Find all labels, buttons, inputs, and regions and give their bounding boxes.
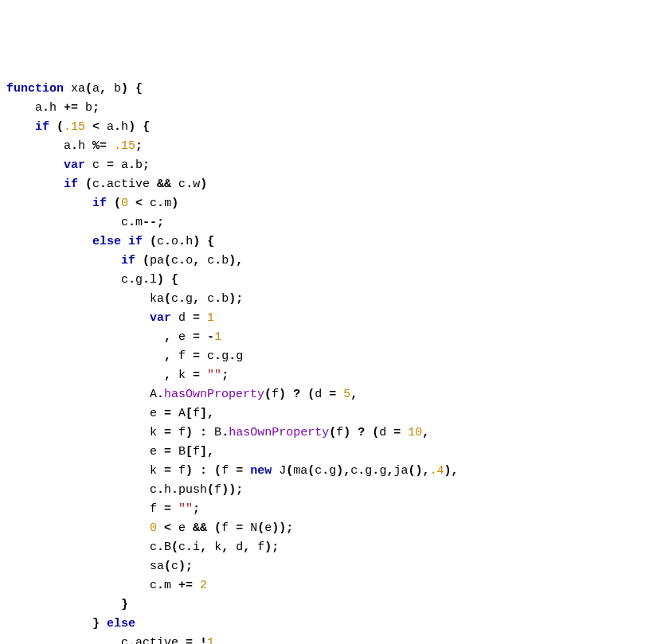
kw-new: new — [250, 464, 272, 478]
method-hasownproperty: hasOwnProperty — [164, 388, 264, 401]
kw-else-if: else if — [92, 235, 143, 248]
kw-var: var — [64, 158, 85, 172]
kw-function: function — [6, 82, 64, 96]
kw-else: else — [107, 617, 135, 630]
code-block: function xa(a, b) { a.h += b; if (.15 < … — [6, 80, 651, 644]
kw-if: if — [35, 120, 49, 134]
